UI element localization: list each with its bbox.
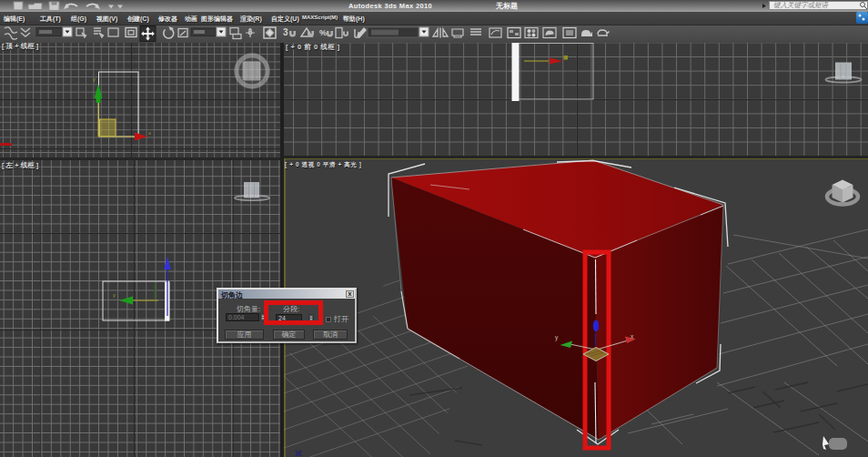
svg-text:y: y [113, 292, 116, 298]
svg-text:%: % [319, 28, 327, 37]
svg-text:3: 3 [283, 27, 288, 37]
svg-text:x: x [148, 130, 151, 136]
svg-text:无标题: 无标题 [495, 2, 518, 10]
svg-text:y: y [93, 76, 96, 82]
svg-text:Autodesk 3ds Max 2010: Autodesk 3ds Max 2010 [348, 2, 432, 10]
